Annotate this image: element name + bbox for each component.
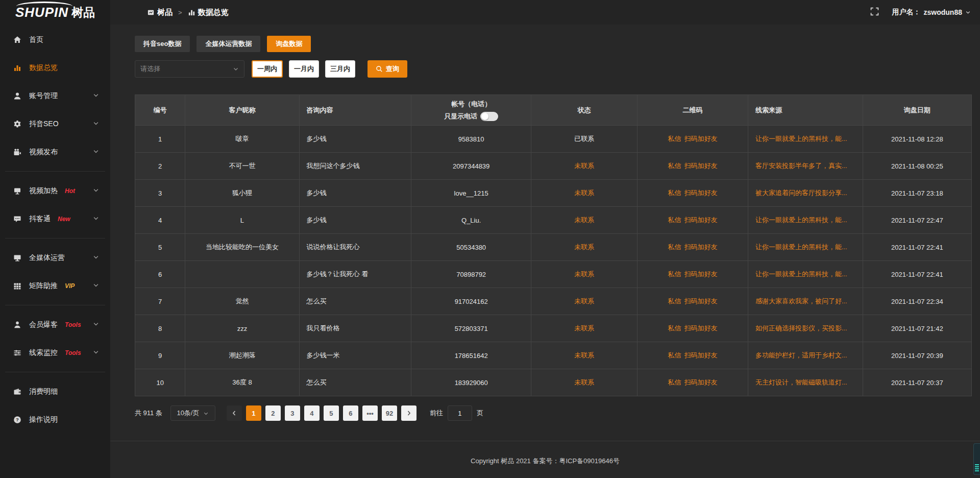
sidebar-item-matrix-boost[interactable]: 矩阵助推VIP [0,272,110,300]
page-button-5[interactable]: 5 [324,405,339,421]
page-size-select[interactable]: 10条/页 [170,405,215,421]
range-button-1[interactable]: 一周内 [252,60,283,78]
sidebar-item-label: 抖客通 [29,214,51,224]
next-page-button[interactable] [401,405,416,421]
cell-source[interactable]: 被大家追着问的客厅投影分享... [748,180,863,207]
private-message-link[interactable]: 私信 [668,324,681,332]
sidebar-item-douyin-seo[interactable]: 抖音SEO [0,110,110,138]
scan-add-friend-link[interactable]: 扫码加好友 [684,378,718,386]
logo-text-en: SHUPIN [15,5,68,20]
cell-account: 178651642 [411,342,531,369]
jump-page-input[interactable] [448,405,472,421]
cell-no: 1 [135,126,185,153]
private-message-link[interactable]: 私信 [668,351,681,359]
cell-source[interactable]: 让你一眼就爱上的黑科技，能... [748,207,863,234]
inquiry-table: 编号客户昵称咨询内容帐号（电话）只显示电话状态二维码线索来源询盘日期 1啵章多少… [135,94,972,396]
page-button-92[interactable]: 92 [382,405,397,421]
search-button[interactable]: 查询 [368,60,407,78]
fullscreen-icon[interactable] [870,7,879,18]
scan-add-friend-link[interactable]: 扫码加好友 [684,243,718,251]
phone-only-toggle[interactable] [480,112,498,121]
scan-add-friend-link[interactable]: 扫码加好友 [684,351,718,359]
page-button-2[interactable]: 2 [265,405,281,421]
private-message-link[interactable]: 私信 [668,297,681,305]
cell-source[interactable]: 多功能护栏灯，适用于乡村文... [748,342,863,369]
chevron-down-icon [93,254,99,260]
user-menu[interactable]: 用户名： zswodun88 [892,8,971,17]
page-button-4[interactable]: 4 [304,405,320,421]
cell-source[interactable]: 让你一眼就爱上的黑科技，能... [748,234,863,261]
sidebar-item-lead-monitoring[interactable]: 线索监控Tools [0,339,110,367]
page-button-3[interactable]: 3 [285,405,300,421]
cell-status: 未联系 [531,288,637,315]
account-select[interactable]: 请选择 [135,60,244,78]
scan-add-friend-link[interactable]: 扫码加好友 [684,216,718,224]
scan-add-friend-link[interactable]: 扫码加好友 [684,189,718,197]
username-prefix: 用户名： [892,8,921,17]
main-content: 抖音seo数据全媒体运营数据询盘数据 请选择 一周内一月内三月内 查询 编号客户… [110,25,980,478]
column-header-nickname: 客户昵称 [185,95,299,126]
sidebar-item-consumption-details[interactable]: 消费明细 [0,377,110,405]
private-message-link[interactable]: 私信 [668,189,681,197]
cell-date: 2021-11-07 20:39 [863,342,971,369]
prev-page-button[interactable] [227,405,242,421]
cell-source[interactable]: 无主灯设计，智能磁吸轨道灯... [748,369,863,396]
scan-add-friend-link[interactable]: 扫码加好友 [684,324,718,332]
tab-1[interactable]: 抖音seo数据 [135,36,190,52]
breadcrumb: 树品 > 数据总览 [110,8,229,17]
table-row: 2不可一世我想问这个多少钱2097344839未联系私信扫码加好友客厅安装投影半… [135,153,972,180]
cell-date: 2021-11-07 22:47 [863,207,971,234]
browser-extension-widget[interactable] [973,443,980,475]
sidebar-item-label: 会员爆客 [29,320,58,329]
cell-source[interactable]: 如何正确选择投影仪，买投影... [748,315,863,342]
sliders-icon [13,349,21,357]
cell-account: 2097344839 [411,153,531,180]
sidebar-item-account-management[interactable]: 账号管理 [0,82,110,110]
scan-add-friend-link[interactable]: 扫码加好友 [684,135,718,142]
sidebar-item-omnimedia-operation[interactable]: 全媒体运营 [0,244,110,272]
scan-add-friend-link[interactable]: 扫码加好友 [684,297,718,305]
cell-status: 未联系 [531,369,637,396]
sidebar-item-member-baoke[interactable]: 会员爆客Tools [0,310,110,339]
breadcrumb-current: 数据总览 [188,8,229,17]
private-message-link[interactable]: 私信 [668,270,681,278]
table-row: 3狐小狸多少钱love__1215未联系私信扫码加好友被大家追着问的客厅投影分享… [135,180,972,207]
sidebar-item-douketong[interactable]: 抖客通New [0,205,110,233]
chevron-down-icon [965,10,971,15]
sidebar-item-video-publish[interactable]: 视频发布 [0,138,110,166]
cell-nickname: L [185,207,299,234]
sidebar-item-operation-guide[interactable]: ?操作说明 [0,405,110,434]
cell-source[interactable]: 让你一眼就爱上的黑科技，能... [748,126,863,153]
private-message-link[interactable]: 私信 [668,243,681,251]
private-message-link[interactable]: 私信 [668,162,681,170]
private-message-link[interactable]: 私信 [668,378,681,386]
sidebar-item-video-heating[interactable]: 视频加热Hot [0,177,110,205]
sidebar-item-home[interactable]: 首页 [0,26,110,54]
cell-source[interactable]: 客厅安装投影半年多了，真实... [748,153,863,180]
range-button-3[interactable]: 三月内 [325,60,355,78]
jump-suffix-label: 页 [477,409,483,418]
cell-source[interactable]: 感谢大家喜欢我家，被问了好... [748,288,863,315]
page-button-1[interactable]: 1 [246,405,261,421]
sidebar-item-data-overview[interactable]: 数据总览 [0,54,110,82]
page-button-6[interactable]: 6 [343,405,358,421]
cell-no: 10 [135,369,185,396]
breadcrumb-root[interactable]: 树品 [147,8,173,17]
scan-add-friend-link[interactable]: 扫码加好友 [684,162,718,170]
cell-no: 2 [135,153,185,180]
cell-account: 572803371 [411,315,531,342]
scan-add-friend-link[interactable]: 扫码加好友 [684,270,718,278]
page-ellipsis-button[interactable]: ••• [362,405,378,421]
cell-no: 4 [135,207,185,234]
cell-source[interactable]: 让你一眼就爱上的黑科技，能... [748,261,863,288]
private-message-link[interactable]: 私信 [668,216,681,224]
private-message-link[interactable]: 私信 [668,135,681,142]
tab-2[interactable]: 全媒体运营数据 [197,36,260,52]
range-button-2[interactable]: 一月内 [289,60,319,78]
cell-date: 2021-11-08 00:25 [863,153,971,180]
sidebar-item-label: 账号管理 [29,91,58,101]
chevron-down-icon [233,66,239,72]
cell-status: 未联系 [531,153,637,180]
chevron-down-icon [93,92,99,99]
tab-3[interactable]: 询盘数据 [267,36,311,52]
